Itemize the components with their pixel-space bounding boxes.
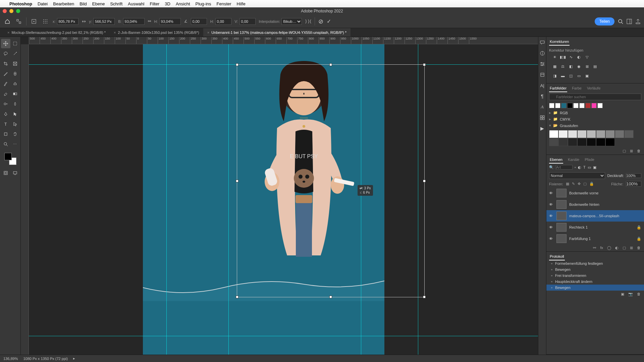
swatch[interactable] — [567, 103, 573, 108]
eyedropper-tool[interactable] — [1, 69, 10, 78]
transform-handle-ne[interactable] — [423, 63, 426, 66]
layer-thumbnail[interactable] — [556, 223, 567, 232]
gray-swatch[interactable] — [624, 130, 634, 138]
curves-icon[interactable]: ∿ — [568, 54, 574, 60]
dodge-tool[interactable] — [1, 99, 10, 109]
warp-icon[interactable] — [305, 19, 311, 24]
menu-bild[interactable]: Bild — [79, 1, 87, 6]
panel-tab-korrekturen[interactable]: Korrekturen — [549, 38, 570, 46]
transform-handle-e[interactable] — [423, 180, 426, 182]
guide-horizontal[interactable] — [29, 64, 538, 65]
menu-plugins[interactable]: Plug-ins — [196, 1, 211, 6]
direct-select-tool[interactable] — [10, 119, 20, 129]
pen-tool[interactable] — [1, 109, 10, 119]
document-tab[interactable]: ×Mockup-Stellenausschreibung-2.psd bei 8… — [3, 28, 110, 37]
visibility-icon[interactable]: 👁 — [549, 202, 554, 206]
swatch-search-input[interactable] — [549, 94, 641, 100]
properties-icon[interactable] — [539, 61, 545, 67]
gray-swatch[interactable] — [605, 130, 615, 138]
menu-datei[interactable]: Datei — [38, 1, 48, 6]
screenmode-icon[interactable] — [10, 168, 20, 178]
app-name[interactable]: Photoshop — [9, 1, 32, 6]
layer-thumbnail[interactable] — [556, 189, 567, 197]
menu-3d[interactable]: 3D — [165, 1, 170, 6]
search-icon[interactable] — [618, 19, 623, 24]
lasso-tool[interactable] — [1, 49, 10, 58]
swatch[interactable] — [585, 103, 591, 108]
threshold-icon[interactable]: ◫ — [568, 73, 574, 78]
visibility-icon[interactable]: 👁 — [549, 237, 554, 241]
layer-row[interactable]: 👁mateus-campos…5II-unsplash — [546, 210, 644, 222]
gradient-tool[interactable] — [10, 89, 20, 99]
zoom-tool[interactable] — [1, 139, 10, 149]
filter-pixel-icon[interactable]: ▫ — [575, 165, 576, 169]
gray-swatch[interactable] — [615, 130, 624, 138]
swatch-folder-graustufen[interactable]: ▾📂Graustufen — [546, 122, 644, 129]
menu-schrift[interactable]: Schrift — [110, 1, 122, 6]
close-tab-icon[interactable]: × — [114, 31, 116, 35]
guide-vertical[interactable] — [418, 44, 418, 355]
libraries-icon[interactable] — [539, 72, 545, 78]
menu-hilfe[interactable]: Hilfe — [237, 1, 246, 6]
new-swatch-icon[interactable]: ⊞ — [630, 149, 633, 153]
export-icon[interactable] — [635, 19, 641, 24]
gray-swatch[interactable] — [568, 138, 577, 146]
swatch[interactable] — [579, 103, 585, 108]
magic-wand-tool[interactable] — [10, 49, 20, 58]
fill-input[interactable] — [626, 181, 641, 187]
swatch[interactable] — [597, 103, 603, 108]
y-input[interactable] — [93, 18, 115, 25]
reference-point-icon[interactable] — [30, 17, 38, 25]
width-input[interactable] — [123, 18, 145, 25]
comments-icon[interactable] — [539, 40, 545, 46]
guide-vertical[interactable] — [361, 44, 361, 355]
frame-tool[interactable] — [10, 59, 20, 68]
minimize-window-button[interactable] — [9, 9, 13, 13]
posterize-icon[interactable]: ▬ — [560, 73, 566, 78]
gray-swatch[interactable] — [549, 130, 558, 138]
menu-ebene[interactable]: Ebene — [92, 1, 105, 6]
hskew-input[interactable] — [215, 18, 231, 25]
shape-tool[interactable] — [1, 129, 10, 139]
workspace-icon[interactable] — [627, 19, 632, 24]
panel-tab-pfade[interactable]: Pfade — [584, 156, 595, 164]
layer-thumbnail[interactable] — [556, 212, 567, 220]
filter-shape-icon[interactable]: ▭ — [588, 165, 591, 170]
brightness-icon[interactable]: ☀ — [552, 54, 558, 60]
clone-stamp-tool[interactable] — [10, 79, 20, 88]
blur-tool[interactable] — [10, 99, 20, 109]
gray-swatch[interactable] — [587, 130, 596, 138]
history-item[interactable]: ▫Bewegen — [546, 266, 644, 273]
home-icon[interactable] — [3, 17, 11, 25]
blend-mode-select[interactable]: Normal — [549, 172, 605, 179]
healing-brush-tool[interactable] — [10, 69, 20, 78]
rotation-input[interactable] — [191, 18, 207, 25]
levels-icon[interactable]: ▮▯▮ — [560, 54, 566, 60]
anchor-grid-icon[interactable] — [41, 17, 49, 25]
gradientmap-icon[interactable]: ▭ — [576, 73, 582, 78]
hand-tool[interactable] — [10, 129, 20, 139]
gray-swatch[interactable] — [558, 130, 568, 138]
layer-row[interactable]: 👁Rechteck 1🔒 — [546, 222, 644, 233]
menu-auswahl[interactable]: Auswahl — [128, 1, 144, 6]
opacity-input[interactable] — [626, 173, 641, 178]
lock-artboard-icon[interactable]: ▢ — [583, 182, 587, 186]
gray-swatch[interactable] — [549, 138, 558, 146]
menu-fenster[interactable]: Fenster — [217, 1, 231, 6]
layer-row[interactable]: 👁Farbfüllung 1🔒 — [546, 233, 644, 244]
filter-adjust-icon[interactable]: ◐ — [578, 165, 581, 170]
panel-tab-ebenen[interactable]: Ebenen — [549, 156, 563, 164]
type-tool[interactable]: T — [1, 119, 10, 129]
new-group-icon[interactable]: ▢ — [623, 246, 626, 250]
new-layer-icon[interactable]: ⊞ — [630, 246, 633, 250]
swatch[interactable] — [555, 103, 560, 108]
vskew-input[interactable] — [239, 18, 256, 25]
edit-toolbar-icon[interactable]: ⋯ — [10, 139, 20, 149]
close-window-button[interactable] — [3, 9, 7, 13]
channelmixer-icon[interactable]: ⊞ — [584, 64, 590, 69]
styles-icon[interactable] — [539, 115, 545, 121]
chevron-right-icon[interactable]: ▸ — [73, 356, 75, 361]
panel-tab-farbe[interactable]: Farbe — [571, 85, 582, 92]
link-icon[interactable]: ⚯ — [148, 19, 151, 23]
delete-swatch-icon[interactable]: 🗑 — [637, 149, 641, 153]
